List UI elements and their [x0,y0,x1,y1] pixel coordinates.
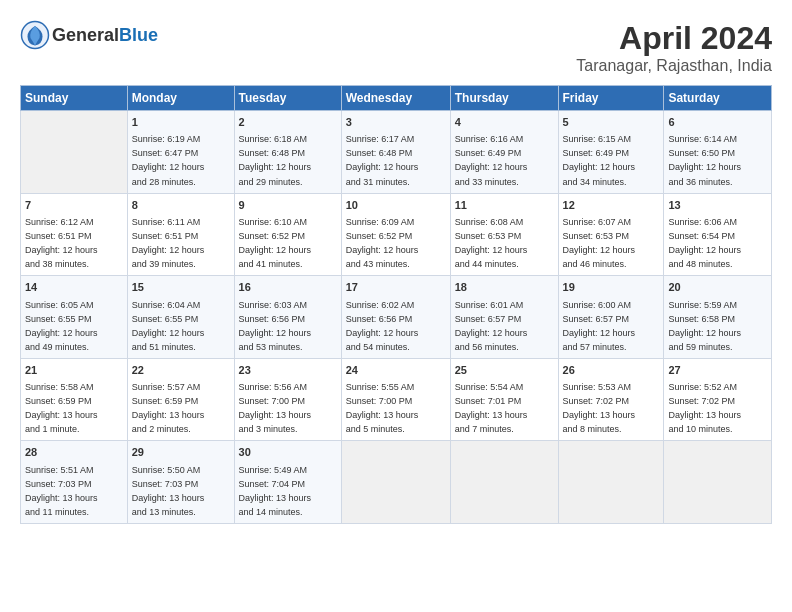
day-number: 11 [455,198,554,213]
day-number: 17 [346,280,446,295]
calendar-cell: 12Sunrise: 6:07 AM Sunset: 6:53 PM Dayli… [558,193,664,276]
calendar-cell: 26Sunrise: 5:53 AM Sunset: 7:02 PM Dayli… [558,358,664,441]
day-content: Sunrise: 5:50 AM Sunset: 7:03 PM Dayligh… [132,465,205,517]
calendar-cell: 10Sunrise: 6:09 AM Sunset: 6:52 PM Dayli… [341,193,450,276]
calendar-cell: 23Sunrise: 5:56 AM Sunset: 7:00 PM Dayli… [234,358,341,441]
calendar-week-4: 21Sunrise: 5:58 AM Sunset: 6:59 PM Dayli… [21,358,772,441]
day-content: Sunrise: 6:12 AM Sunset: 6:51 PM Dayligh… [25,217,98,269]
calendar-week-2: 7Sunrise: 6:12 AM Sunset: 6:51 PM Daylig… [21,193,772,276]
calendar-cell: 30Sunrise: 5:49 AM Sunset: 7:04 PM Dayli… [234,441,341,524]
day-number: 23 [239,363,337,378]
calendar-cell: 16Sunrise: 6:03 AM Sunset: 6:56 PM Dayli… [234,276,341,359]
day-content: Sunrise: 6:16 AM Sunset: 6:49 PM Dayligh… [455,134,528,186]
calendar-cell: 11Sunrise: 6:08 AM Sunset: 6:53 PM Dayli… [450,193,558,276]
day-number: 9 [239,198,337,213]
day-number: 20 [668,280,767,295]
calendar-cell: 2Sunrise: 6:18 AM Sunset: 6:48 PM Daylig… [234,111,341,194]
day-content: Sunrise: 6:04 AM Sunset: 6:55 PM Dayligh… [132,300,205,352]
day-content: Sunrise: 6:14 AM Sunset: 6:50 PM Dayligh… [668,134,741,186]
calendar-cell [450,441,558,524]
header-tuesday: Tuesday [234,86,341,111]
day-content: Sunrise: 6:17 AM Sunset: 6:48 PM Dayligh… [346,134,419,186]
day-number: 28 [25,445,123,460]
day-content: Sunrise: 5:58 AM Sunset: 6:59 PM Dayligh… [25,382,98,434]
calendar-cell: 5Sunrise: 6:15 AM Sunset: 6:49 PM Daylig… [558,111,664,194]
day-content: Sunrise: 5:55 AM Sunset: 7:00 PM Dayligh… [346,382,419,434]
day-content: Sunrise: 6:10 AM Sunset: 6:52 PM Dayligh… [239,217,312,269]
calendar-cell [341,441,450,524]
day-number: 13 [668,198,767,213]
calendar-cell: 9Sunrise: 6:10 AM Sunset: 6:52 PM Daylig… [234,193,341,276]
day-number: 22 [132,363,230,378]
day-number: 15 [132,280,230,295]
day-number: 4 [455,115,554,130]
calendar-cell: 7Sunrise: 6:12 AM Sunset: 6:51 PM Daylig… [21,193,128,276]
main-container: GeneralBlue April 2024 Taranagar, Rajast… [0,0,792,534]
month-title: April 2024 [576,20,772,57]
day-content: Sunrise: 6:15 AM Sunset: 6:49 PM Dayligh… [563,134,636,186]
day-content: Sunrise: 5:49 AM Sunset: 7:04 PM Dayligh… [239,465,312,517]
calendar-cell [558,441,664,524]
calendar-cell: 3Sunrise: 6:17 AM Sunset: 6:48 PM Daylig… [341,111,450,194]
logo: GeneralBlue [20,20,158,50]
header-monday: Monday [127,86,234,111]
calendar-cell: 29Sunrise: 5:50 AM Sunset: 7:03 PM Dayli… [127,441,234,524]
day-content: Sunrise: 6:00 AM Sunset: 6:57 PM Dayligh… [563,300,636,352]
calendar-cell: 18Sunrise: 6:01 AM Sunset: 6:57 PM Dayli… [450,276,558,359]
calendar-table: Sunday Monday Tuesday Wednesday Thursday… [20,85,772,524]
calendar-week-1: 1Sunrise: 6:19 AM Sunset: 6:47 PM Daylig… [21,111,772,194]
header-row: Sunday Monday Tuesday Wednesday Thursday… [21,86,772,111]
calendar-cell: 13Sunrise: 6:06 AM Sunset: 6:54 PM Dayli… [664,193,772,276]
calendar-cell: 27Sunrise: 5:52 AM Sunset: 7:02 PM Dayli… [664,358,772,441]
day-content: Sunrise: 6:19 AM Sunset: 6:47 PM Dayligh… [132,134,205,186]
day-number: 16 [239,280,337,295]
calendar-cell: 8Sunrise: 6:11 AM Sunset: 6:51 PM Daylig… [127,193,234,276]
day-number: 2 [239,115,337,130]
calendar-cell [21,111,128,194]
header-sunday: Sunday [21,86,128,111]
calendar-cell: 28Sunrise: 5:51 AM Sunset: 7:03 PM Dayli… [21,441,128,524]
day-number: 7 [25,198,123,213]
header-thursday: Thursday [450,86,558,111]
logo-text: GeneralBlue [52,25,158,46]
calendar-cell: 15Sunrise: 6:04 AM Sunset: 6:55 PM Dayli… [127,276,234,359]
calendar-cell: 19Sunrise: 6:00 AM Sunset: 6:57 PM Dayli… [558,276,664,359]
day-content: Sunrise: 5:51 AM Sunset: 7:03 PM Dayligh… [25,465,98,517]
location-title: Taranagar, Rajasthan, India [576,57,772,75]
calendar-week-5: 28Sunrise: 5:51 AM Sunset: 7:03 PM Dayli… [21,441,772,524]
header-friday: Friday [558,86,664,111]
day-number: 18 [455,280,554,295]
day-content: Sunrise: 6:02 AM Sunset: 6:56 PM Dayligh… [346,300,419,352]
page-header: GeneralBlue April 2024 Taranagar, Rajast… [20,20,772,75]
day-number: 24 [346,363,446,378]
day-number: 14 [25,280,123,295]
day-number: 10 [346,198,446,213]
header-saturday: Saturday [664,86,772,111]
day-content: Sunrise: 5:57 AM Sunset: 6:59 PM Dayligh… [132,382,205,434]
calendar-cell: 21Sunrise: 5:58 AM Sunset: 6:59 PM Dayli… [21,358,128,441]
day-content: Sunrise: 6:03 AM Sunset: 6:56 PM Dayligh… [239,300,312,352]
calendar-cell: 25Sunrise: 5:54 AM Sunset: 7:01 PM Dayli… [450,358,558,441]
day-content: Sunrise: 5:56 AM Sunset: 7:00 PM Dayligh… [239,382,312,434]
calendar-cell: 1Sunrise: 6:19 AM Sunset: 6:47 PM Daylig… [127,111,234,194]
day-number: 30 [239,445,337,460]
day-number: 21 [25,363,123,378]
calendar-cell: 20Sunrise: 5:59 AM Sunset: 6:58 PM Dayli… [664,276,772,359]
day-number: 12 [563,198,660,213]
calendar-cell: 4Sunrise: 6:16 AM Sunset: 6:49 PM Daylig… [450,111,558,194]
day-content: Sunrise: 6:09 AM Sunset: 6:52 PM Dayligh… [346,217,419,269]
calendar-week-3: 14Sunrise: 6:05 AM Sunset: 6:55 PM Dayli… [21,276,772,359]
calendar-cell [664,441,772,524]
day-content: Sunrise: 5:52 AM Sunset: 7:02 PM Dayligh… [668,382,741,434]
day-content: Sunrise: 6:11 AM Sunset: 6:51 PM Dayligh… [132,217,205,269]
day-content: Sunrise: 5:53 AM Sunset: 7:02 PM Dayligh… [563,382,636,434]
day-content: Sunrise: 5:54 AM Sunset: 7:01 PM Dayligh… [455,382,528,434]
calendar-cell: 14Sunrise: 6:05 AM Sunset: 6:55 PM Dayli… [21,276,128,359]
day-content: Sunrise: 6:07 AM Sunset: 6:53 PM Dayligh… [563,217,636,269]
calendar-cell: 17Sunrise: 6:02 AM Sunset: 6:56 PM Dayli… [341,276,450,359]
calendar-cell: 22Sunrise: 5:57 AM Sunset: 6:59 PM Dayli… [127,358,234,441]
logo-icon [20,20,50,50]
day-number: 8 [132,198,230,213]
day-content: Sunrise: 6:05 AM Sunset: 6:55 PM Dayligh… [25,300,98,352]
day-number: 19 [563,280,660,295]
